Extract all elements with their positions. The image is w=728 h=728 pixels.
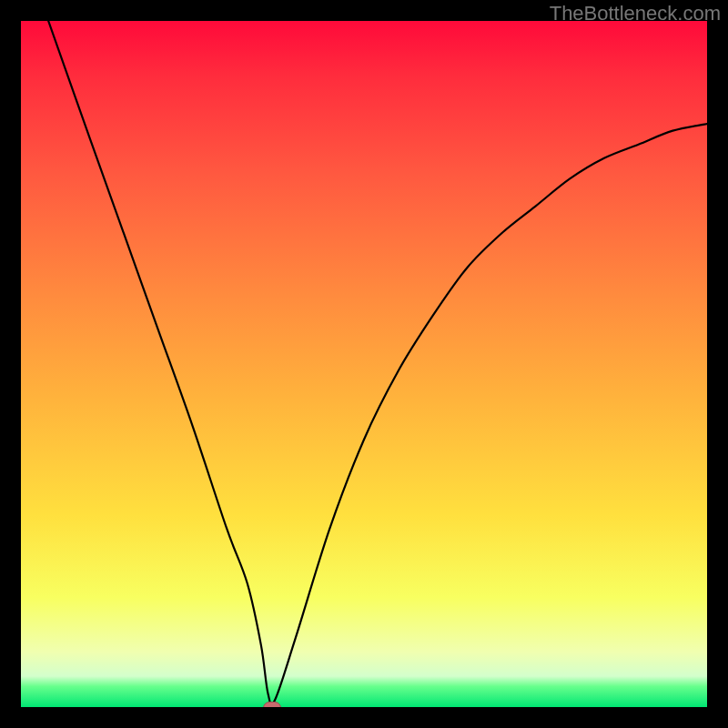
plot-area <box>21 21 707 707</box>
watermark-text: TheBottleneck.com <box>550 2 721 25</box>
bottleneck-curve <box>48 21 707 704</box>
curve-layer <box>21 21 707 707</box>
chart-frame: TheBottleneck.com <box>0 0 728 728</box>
optimal-marker <box>263 702 281 707</box>
